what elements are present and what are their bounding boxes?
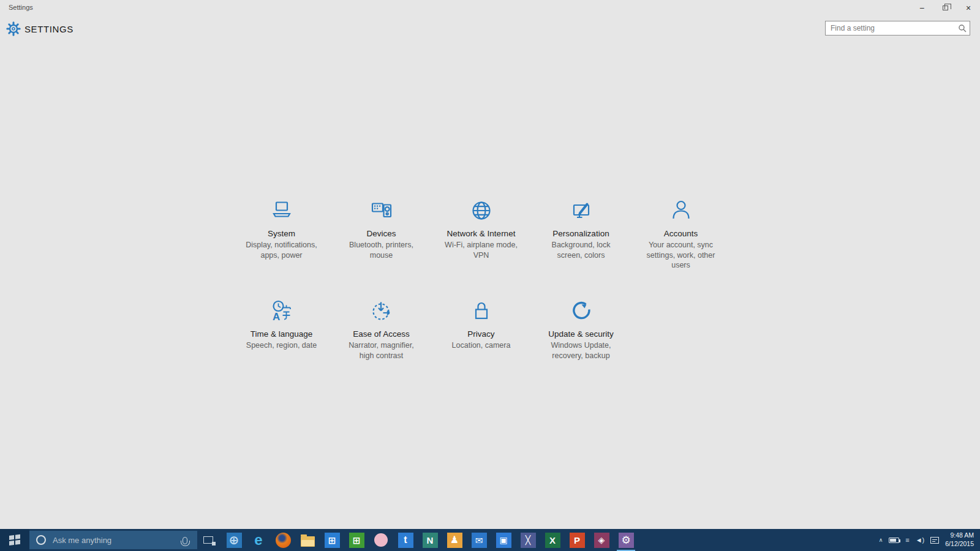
person-icon xyxy=(631,192,731,224)
internet-explorer-icon[interactable]: e xyxy=(246,529,271,551)
settings-app-icon[interactable]: ⚙ xyxy=(614,529,638,551)
network-icon[interactable]: ≡ xyxy=(905,536,909,544)
tile-personalization[interactable]: Personalization Background, lock screen,… xyxy=(531,192,631,271)
tile-title: Devices xyxy=(331,229,431,238)
tile-subtitle: Speech, region, date xyxy=(234,340,329,351)
restore-button[interactable] xyxy=(933,0,957,16)
tile-update-security[interactable]: Update & security Windows Update, recove… xyxy=(531,293,631,361)
tiles-row-2: A Time & language Speech, region, date E… xyxy=(232,293,631,361)
clock-time: 9:48 AM xyxy=(945,531,974,540)
tile-subtitle: Windows Update, recovery, backup xyxy=(533,340,628,361)
window-controls: − × xyxy=(910,0,980,16)
tile-subtitle: Background, lock screen, colors xyxy=(533,240,628,260)
tile-title: Time & language xyxy=(232,329,331,339)
tile-time-language[interactable]: A Time & language Speech, region, date xyxy=(232,293,331,361)
tile-subtitle: Wi-Fi, airplane mode, VPN xyxy=(434,240,529,260)
titlebar: Settings − × xyxy=(0,0,980,16)
tile-title: Update & security xyxy=(531,329,631,339)
cortana-search-input[interactable] xyxy=(51,535,165,545)
tile-devices[interactable]: Devices Bluetooth, printers, mouse xyxy=(331,192,431,271)
tile-title: Ease of Access xyxy=(331,329,431,339)
tile-system[interactable]: System Display, notifications, apps, pow… xyxy=(232,192,331,271)
tile-accounts[interactable]: Accounts Your account, sync settings, wo… xyxy=(631,192,731,271)
tile-subtitle: Display, notifications, apps, power xyxy=(234,240,329,260)
volume-icon[interactable]: ◄) xyxy=(916,536,925,544)
firefox-icon[interactable] xyxy=(271,529,295,551)
minimize-button[interactable]: − xyxy=(910,0,933,16)
office-hub-app-icon[interactable]: ╳ xyxy=(516,529,540,551)
time-language-icon: A xyxy=(232,293,331,324)
window-title: Settings xyxy=(9,4,33,11)
tile-title: Privacy xyxy=(431,329,531,339)
devices-icon xyxy=(331,192,431,224)
restore-icon xyxy=(943,6,948,10)
tile-subtitle: Bluetooth, printers, mouse xyxy=(334,240,429,260)
find-setting-input[interactable] xyxy=(825,21,970,36)
start-button[interactable] xyxy=(0,529,29,551)
tile-title: Personalization xyxy=(531,229,631,238)
onenote-app-icon[interactable]: N xyxy=(418,529,442,551)
tile-title: Network & Internet xyxy=(431,229,531,238)
settings-header: SETTINGS xyxy=(0,20,980,40)
taskbar-clock[interactable]: 9:48 AM 6/12/2015 xyxy=(945,531,974,548)
file-explorer-icon[interactable] xyxy=(295,529,320,551)
taskbar: ⊕e⊞⊞tN♟✉▣╳XP◈⚙ ∧≡◄) 9:48 AM 6/12/2015 xyxy=(0,529,980,551)
tiles-row-1: System Display, notifications, apps, pow… xyxy=(232,192,731,271)
cortana-search-box[interactable] xyxy=(29,531,197,549)
system-tray: ∧≡◄) 9:48 AM 6/12/2015 xyxy=(879,529,980,551)
refresh-icon xyxy=(531,293,631,324)
svg-text:A: A xyxy=(273,311,280,323)
powerpoint-app-icon[interactable]: P xyxy=(565,529,589,551)
battery-icon[interactable] xyxy=(889,538,899,543)
store-beta-app-icon[interactable]: ⊞ xyxy=(344,529,369,551)
globe-icon xyxy=(431,192,531,224)
lock-icon xyxy=(431,293,531,324)
page-title: SETTINGS xyxy=(24,24,74,34)
task-view-icon xyxy=(203,536,213,544)
pink-app-icon[interactable] xyxy=(369,529,393,551)
mail-app-icon[interactable]: ✉ xyxy=(467,529,491,551)
amber-app-icon[interactable]: ♟ xyxy=(442,529,467,551)
personalization-icon xyxy=(531,192,631,224)
tile-network-internet[interactable]: Network & Internet Wi-Fi, airplane mode,… xyxy=(431,192,531,271)
tile-privacy[interactable]: Privacy Location, camera xyxy=(431,293,531,361)
tile-subtitle: Your account, sync settings, work, other… xyxy=(633,240,728,271)
store-app-icon[interactable]: ⊞ xyxy=(320,529,344,551)
photos-app-icon[interactable]: ▣ xyxy=(491,529,516,551)
task-view-button[interactable] xyxy=(197,529,219,551)
cortana-icon xyxy=(36,535,46,545)
close-button[interactable]: × xyxy=(957,0,980,16)
tray-icons: ∧≡◄) xyxy=(879,536,940,544)
tile-title: Accounts xyxy=(631,229,731,238)
microphone-icon[interactable] xyxy=(183,537,187,544)
ease-of-access-icon xyxy=(331,293,431,324)
tile-title: System xyxy=(232,229,331,238)
tile-ease-of-access[interactable]: Ease of Access Narrator, magnifier, high… xyxy=(331,293,431,361)
hidden-icons-chevron[interactable]: ∧ xyxy=(879,537,883,543)
action-center-icon[interactable] xyxy=(930,537,939,544)
clock-date: 6/12/2015 xyxy=(945,540,974,549)
settings-gear-icon xyxy=(6,21,21,39)
laptop-icon xyxy=(232,192,331,224)
search-icon[interactable] xyxy=(958,24,967,35)
blue-bird-app-icon[interactable]: t xyxy=(393,529,418,551)
maroon-app-icon[interactable]: ◈ xyxy=(589,529,614,551)
tile-subtitle: Narrator, magnifier, high contrast xyxy=(334,340,429,361)
pinned-apps: ⊕e⊞⊞tN♟✉▣╳XP◈⚙ xyxy=(222,529,638,551)
windows-logo-icon xyxy=(9,534,20,545)
find-setting-search xyxy=(825,21,970,36)
excel-app-icon[interactable]: X xyxy=(540,529,565,551)
globe-browser-app-icon[interactable]: ⊕ xyxy=(222,529,246,551)
tile-subtitle: Location, camera xyxy=(434,340,529,351)
